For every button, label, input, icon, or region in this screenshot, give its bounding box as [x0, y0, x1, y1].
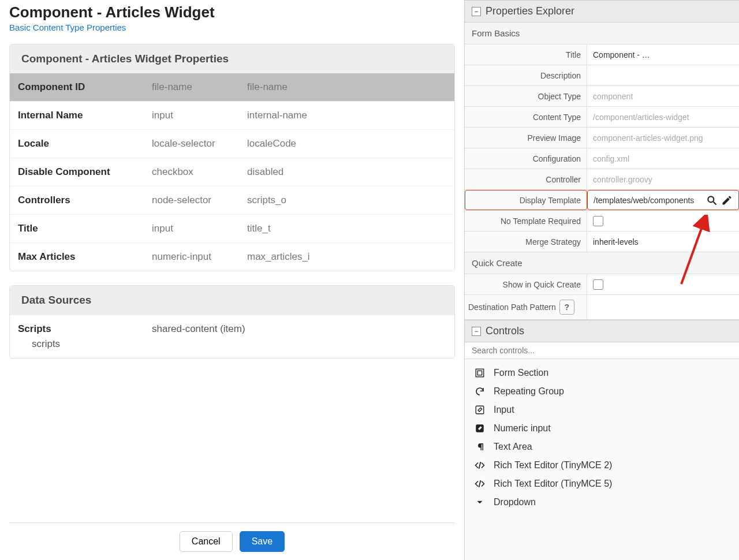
control-label: Form Section	[494, 368, 548, 378]
control-item[interactable]: Input	[472, 401, 732, 419]
svg-rect-2	[476, 369, 484, 377]
control-label: Text Area	[494, 442, 532, 452]
properties-explorer-header: − Properties Explorer	[465, 0, 739, 23]
property-type: checkbox	[152, 166, 247, 178]
preview-image-label: Preview Image	[465, 128, 587, 148]
properties-panel-title: Component - Articles Widget Properties	[10, 44, 454, 73]
property-name: Max Articles	[18, 251, 152, 263]
property-name: Disable Component	[18, 166, 152, 178]
property-row[interactable]: Max Articles numeric-input max_articles_…	[10, 242, 454, 271]
controls-search-input[interactable]	[472, 346, 732, 355]
dest-path-field[interactable]	[587, 295, 739, 319]
property-type: locale-selector	[152, 138, 247, 150]
merge-strategy-field[interactable]: inherit-levels	[587, 232, 739, 252]
show-quick-create-label: Show in Quick Create	[465, 274, 587, 294]
content-type-field[interactable]: /component/articles-widget	[587, 107, 739, 127]
property-row[interactable]: Title input title_t	[10, 214, 454, 242]
display-template-field[interactable]: /templates/web/components	[587, 190, 739, 210]
no-template-field	[587, 211, 739, 231]
svg-rect-3	[477, 371, 482, 375]
show-quick-create-field	[587, 274, 739, 294]
property-row[interactable]: Component ID file-name file-name	[10, 73, 454, 101]
description-field[interactable]	[587, 65, 739, 85]
svg-rect-4	[476, 406, 484, 414]
property-var: scripts_o	[247, 195, 446, 206]
property-name: Internal Name	[18, 110, 152, 121]
property-var: title_t	[247, 223, 446, 234]
control-item[interactable]: Dropdown	[472, 493, 732, 512]
control-item[interactable]: Repeating Group	[472, 382, 732, 401]
property-type: file-name	[152, 81, 247, 93]
form-basics-header: Form Basics	[465, 23, 739, 44]
breadcrumb-link[interactable]: Basic Content Type Properties	[9, 23, 455, 32]
title-field[interactable]: Component - …	[587, 44, 739, 65]
description-label: Description	[465, 65, 587, 85]
dest-path-text: Destination Path Pattern	[468, 303, 556, 312]
svg-point-0	[708, 196, 714, 202]
controller-field[interactable]: controller.groovy	[587, 169, 739, 189]
property-row[interactable]: Controllers node-selector scripts_o	[10, 186, 454, 214]
svg-line-7	[479, 480, 481, 487]
property-row[interactable]: Locale locale-selector localeCode	[10, 129, 454, 158]
control-label: Rich Text Editor (TinyMCE 5)	[494, 479, 612, 489]
data-source-row[interactable]: Scripts scripts shared-content (item)	[10, 315, 454, 358]
configuration-field[interactable]: config.xml	[587, 148, 739, 169]
property-name: Controllers	[18, 195, 152, 206]
no-template-label: No Template Required	[465, 211, 587, 231]
object-type-label: Object Type	[465, 86, 587, 106]
control-item[interactable]: Rich Text Editor (TinyMCE 2)	[472, 456, 732, 475]
property-var: internal-name	[247, 110, 446, 121]
controls-header: − Controls	[465, 320, 739, 342]
property-row[interactable]: Internal Name input internal-name	[10, 101, 454, 129]
property-type: node-selector	[152, 195, 247, 206]
property-var: max_articles_i	[247, 251, 446, 263]
edit-icon	[474, 405, 486, 415]
dest-path-label: Destination Path Pattern ?	[465, 295, 587, 319]
collapse-icon[interactable]: −	[472, 7, 481, 16]
code-icon	[474, 479, 486, 489]
magnify-icon[interactable]	[706, 195, 718, 206]
control-item[interactable]: Form Section	[472, 364, 732, 382]
property-name: Locale	[18, 138, 152, 150]
no-template-checkbox[interactable]	[593, 216, 603, 226]
controls-search	[465, 342, 739, 359]
cancel-button[interactable]: Cancel	[180, 531, 233, 552]
save-button[interactable]: Save	[240, 531, 285, 552]
properties-panel: Component - Articles Widget Properties C…	[9, 44, 455, 271]
property-var: file-name	[247, 81, 446, 93]
preview-image-field[interactable]: component-articles-widget.png	[587, 128, 739, 148]
property-var: disabled	[247, 166, 446, 178]
property-name: Title	[18, 223, 152, 234]
help-icon[interactable]: ?	[559, 300, 574, 315]
page-title: Component - Articles Widget	[9, 3, 455, 21]
pencil-icon[interactable]	[721, 195, 733, 206]
properties-explorer: − Properties Explorer Form Basics Title …	[464, 0, 739, 560]
property-type: input	[152, 110, 247, 121]
control-item[interactable]: Numeric input	[472, 419, 732, 438]
property-type: numeric-input	[152, 251, 247, 263]
ds-sub: scripts	[32, 338, 152, 350]
pencil-box-icon	[474, 423, 486, 434]
control-item[interactable]: Text Area	[472, 438, 732, 456]
control-label: Dropdown	[494, 497, 536, 507]
property-name: Component ID	[18, 81, 152, 93]
svg-line-1	[714, 201, 716, 204]
merge-strategy-label: Merge Strategy	[465, 232, 587, 252]
display-template-label: Display Template	[465, 190, 587, 210]
section-icon	[474, 368, 486, 378]
collapse-controls-icon[interactable]: −	[472, 327, 481, 336]
data-sources-title: Data Sources	[10, 286, 454, 315]
show-quick-create-checkbox[interactable]	[593, 279, 603, 290]
properties-explorer-title: Properties Explorer	[486, 5, 574, 17]
svg-line-6	[479, 462, 481, 469]
object-type-field[interactable]: component	[587, 86, 739, 106]
property-row[interactable]: Disable Component checkbox disabled	[10, 158, 454, 186]
ds-label: Scripts	[18, 323, 152, 335]
configuration-label: Configuration	[465, 148, 587, 169]
control-label: Numeric input	[494, 423, 551, 434]
property-var: localeCode	[247, 138, 446, 150]
control-label: Rich Text Editor (TinyMCE 2)	[494, 460, 612, 471]
footer-bar: Cancel Save	[9, 522, 455, 560]
control-item[interactable]: Rich Text Editor (TinyMCE 5)	[472, 475, 732, 493]
property-type: input	[152, 223, 247, 234]
